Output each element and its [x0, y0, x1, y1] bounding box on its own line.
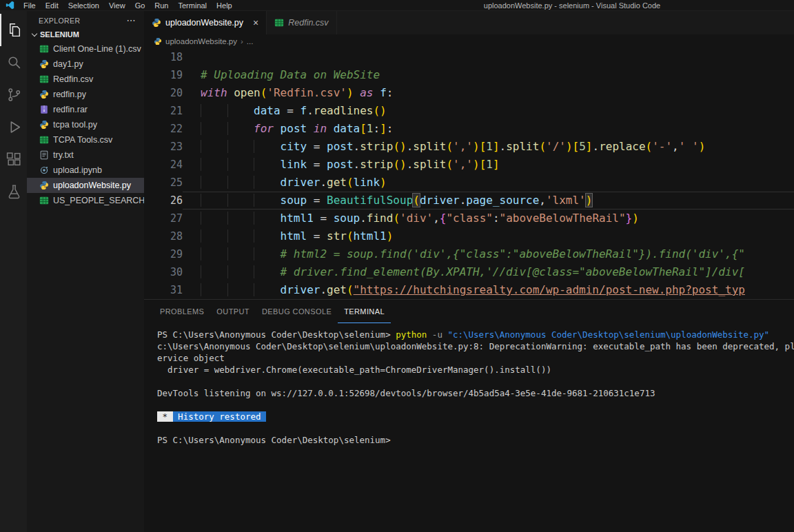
file-upload-ipynb[interactable]: upload.ipynb — [27, 163, 144, 178]
csv-file-icon — [39, 74, 49, 84]
panel-tab-terminal[interactable]: TERMINAL — [338, 300, 391, 323]
tab-redfin-csv[interactable]: Redfin.csv — [267, 11, 336, 34]
py-file-icon — [39, 181, 49, 190]
csv-file-icon — [39, 44, 49, 54]
terminal-line: c:\Users\Anonymous Coder\Desktop\seleniu… — [157, 340, 794, 352]
menu-file[interactable]: File — [19, 1, 41, 10]
code-line[interactable]: 18 — [144, 48, 794, 66]
terminal[interactable]: PS C:\Users\Anonymous Coder\Desktop\sele… — [144, 323, 794, 532]
code-line[interactable]: 21 data = f.readlines() — [144, 102, 794, 120]
file-day1-py[interactable]: day1.py — [27, 57, 144, 72]
terminal-line — [157, 376, 794, 387]
panel-tab-debug-console[interactable]: DEBUG CONSOLE — [256, 300, 338, 323]
file-try-txt[interactable]: try.txt — [27, 147, 144, 163]
file-label: day1.py — [53, 59, 83, 69]
py-file-icon — [39, 120, 49, 130]
python-file-icon — [154, 37, 162, 45]
code-text: # html2 = soup.find('div',{"class":"abov… — [183, 245, 794, 263]
code-text — [183, 48, 794, 66]
chevron-right-icon: › — [241, 37, 243, 45]
menu-selection[interactable]: Selection — [63, 1, 104, 10]
menu-view[interactable]: View — [104, 1, 130, 10]
file-uploadonwebsite-py[interactable]: uploadonWebsite.py — [27, 178, 144, 193]
panel-tab-problems[interactable]: PROBLEMS — [154, 300, 210, 323]
terminal-line: * History restored — [157, 411, 794, 422]
code-line[interactable]: 26 soup = BeautifulSoup(driver.page_sour… — [144, 192, 794, 209]
extensions-icon[interactable] — [0, 143, 27, 176]
breadcrumb-more[interactable]: ... — [247, 37, 254, 45]
code-line[interactable]: 25 driver.get(link) — [144, 174, 794, 192]
file-label: try.txt — [53, 150, 74, 160]
source-control-icon[interactable] — [0, 79, 27, 111]
testing-icon[interactable] — [0, 176, 27, 208]
code-line[interactable]: 31 driver.get("https://hutchingsrealty.c… — [144, 281, 794, 299]
tab-label: Redfin.csv — [288, 18, 328, 28]
menu-terminal[interactable]: Terminal — [174, 1, 212, 10]
menu-go[interactable]: Go — [130, 1, 150, 10]
breadcrumb-file[interactable]: uploadonWebsite.py — [165, 37, 237, 45]
explorer-icon[interactable] — [0, 14, 27, 46]
menu-help[interactable]: Help — [212, 1, 237, 10]
titlebar: FileEditSelectionViewGoRunTerminalHelp u… — [0, 0, 794, 11]
code-line[interactable]: 20with open('Redfin.csv') as f: — [144, 84, 794, 102]
editor-tab-bar: uploadonWebsite.py×Redfin.csv — [144, 11, 794, 34]
line-number: 26 — [144, 192, 183, 209]
code-line[interactable]: 27 html1 = soup.find('div',{"class":"abo… — [144, 209, 794, 227]
explorer-sidebar: EXPLORER ⋯ SELENIUM Client One-Line (1).… — [27, 11, 144, 532]
line-number: 23 — [144, 138, 183, 156]
code-text: html1 = soup.find('div',{"class":"aboveB… — [183, 209, 794, 227]
code-text: link = post.strip().split(',')[1] — [183, 156, 794, 174]
file-tcpa-tools-csv[interactable]: TCPA Tools.csv — [27, 132, 144, 147]
file-redfin-py[interactable]: redfin.py — [27, 87, 144, 102]
code-line[interactable]: 19# Uploading Data on WebSite — [144, 66, 794, 84]
menu-edit[interactable]: Edit — [41, 1, 63, 10]
code-line[interactable]: 30 # driver.find_element(By.XPATH,'//div… — [144, 263, 794, 281]
py-file-icon — [39, 59, 49, 69]
panel-tab-output[interactable]: OUTPUT — [210, 300, 256, 323]
tab-uploadonwebsite-py[interactable]: uploadonWebsite.py× — [144, 11, 267, 34]
txt-file-icon — [39, 150, 49, 160]
file-label: uploadonWebsite.py — [53, 181, 131, 190]
line-number: 24 — [144, 156, 183, 174]
menu-run[interactable]: Run — [150, 1, 173, 10]
code-line[interactable]: 23 city = post.strip().split(',')[1].spl… — [144, 138, 794, 156]
folder-section-selenium[interactable]: SELENIUM — [27, 28, 144, 41]
file-label: redfin.py — [53, 90, 86, 99]
code-text: soup = BeautifulSoup(driver.page_source,… — [183, 192, 794, 209]
file-label: redfin.rar — [53, 105, 88, 114]
code-text: for post in data[1:]: — [183, 120, 794, 138]
tab-label: uploadonWebsite.py — [165, 18, 243, 28]
line-number: 21 — [144, 102, 183, 120]
run-debug-icon[interactable] — [0, 111, 27, 143]
file-us-people-search-[interactable]: US_PEOPLE_SEARCH_... — [27, 193, 144, 208]
file-client-one-line-1-csv[interactable]: Client One-Line (1).csv — [27, 41, 144, 57]
close-icon[interactable]: × — [253, 18, 258, 28]
editor-area: uploadonWebsite.py×Redfin.csv uploadonWe… — [144, 11, 794, 532]
file-redfin-csv[interactable]: Redfin.csv — [27, 72, 144, 87]
file-tcpa-tool-py[interactable]: tcpa tool.py — [27, 117, 144, 132]
file-list: Client One-Line (1).csvday1.pyRedfin.csv… — [27, 41, 144, 208]
code-line[interactable]: 22 for post in data[1:]: — [144, 120, 794, 138]
line-number: 18 — [144, 48, 183, 66]
file-redfin-rar[interactable]: redfin.rar — [27, 102, 144, 117]
line-number: 28 — [144, 227, 183, 245]
terminal-line: ervice object — [157, 352, 794, 364]
file-label: TCPA Tools.csv — [53, 135, 112, 145]
vscode-logo-icon — [6, 1, 14, 10]
code-line[interactable]: 24 link = post.strip().split(',')[1] — [144, 156, 794, 174]
code-text: driver.get(link) — [183, 174, 794, 192]
terminal-line: PS C:\Users\Anonymous Coder\Desktop\sele… — [157, 434, 794, 446]
explorer-title: EXPLORER — [39, 17, 80, 25]
more-actions-icon[interactable]: ⋯ — [127, 18, 136, 23]
file-label: US_PEOPLE_SEARCH_... — [53, 196, 157, 205]
file-label: Redfin.csv — [53, 74, 93, 84]
code-text: # driver.find_element(By.XPATH,'//div[@c… — [183, 263, 794, 281]
chevron-down-icon — [31, 32, 37, 38]
search-icon[interactable] — [0, 46, 27, 79]
activity-bar — [0, 11, 27, 532]
code-text: data = f.readlines() — [183, 102, 794, 120]
code-line[interactable]: 28 html = str(html1) — [144, 227, 794, 245]
code-editor[interactable]: 1819# Uploading Data on WebSite20with op… — [144, 48, 794, 299]
line-number: 22 — [144, 120, 183, 138]
code-line[interactable]: 29 # html2 = soup.find('div',{"class":"a… — [144, 245, 794, 263]
